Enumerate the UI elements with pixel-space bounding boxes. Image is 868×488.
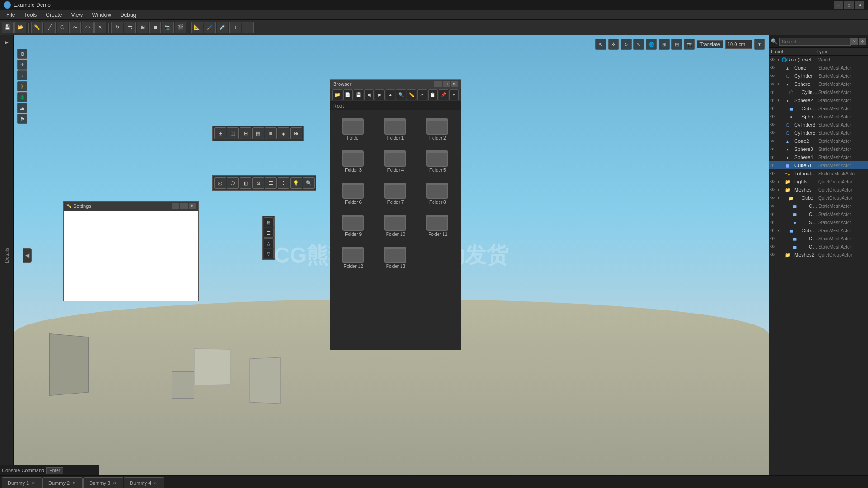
outliner-row-sphere6[interactable]: 👁 ● Sphere6 StaticMeshActor <box>769 113 868 121</box>
toolbar-arc[interactable]: ◠ <box>82 22 94 33</box>
vp-grid-toggle[interactable]: ⊟ <box>671 39 682 50</box>
browser-folder-item[interactable]: Folder 6 <box>334 178 373 206</box>
ft1-btn1[interactable]: ⊞ <box>214 127 226 139</box>
vp-tool-move[interactable]: ✛ <box>17 60 27 70</box>
tab-close-2[interactable]: ✕ <box>71 480 77 486</box>
browser-copy[interactable]: 📋 <box>428 89 438 100</box>
ft1-btn3[interactable]: ⊟ <box>240 127 251 139</box>
browser-minimize[interactable]: ─ <box>434 81 442 87</box>
maximize-button[interactable]: □ <box>844 1 854 9</box>
vp-scale-tool[interactable]: ⤡ <box>633 39 644 50</box>
minimize-button[interactable]: ─ <box>834 1 843 9</box>
tab-dummy4[interactable]: Dummy 4 ✕ <box>124 477 164 488</box>
outliner-row-cube55[interactable]: 👁 ▼ ◼ Cube55 StaticMeshActor <box>769 226 868 235</box>
vp-tool-gear[interactable]: ⚙ <box>17 49 27 59</box>
outliner-row-meshes[interactable]: 👁 ▼ 📁 Meshes QuietGroupActor <box>769 186 868 194</box>
search-clear-button[interactable]: ✕ <box>851 38 858 45</box>
toolbar-text[interactable]: T <box>229 22 241 33</box>
ft1-btn7[interactable]: ⏮ <box>290 127 302 139</box>
browser-close[interactable]: ✕ <box>451 81 458 87</box>
tab-dummy1[interactable]: Dummy 1 ✕ <box>2 477 42 488</box>
outliner-row-meshes2[interactable]: 👁 📁 Meshes2 QuietGroupActor <box>769 251 868 259</box>
ft1-btn6[interactable]: ◈ <box>278 127 289 139</box>
browser-folder-item[interactable]: Folder 1 <box>376 114 415 142</box>
menu-debug[interactable]: Debug <box>116 11 141 19</box>
window-controls[interactable]: ─ □ ✕ <box>834 1 864 9</box>
settings-titlebar[interactable]: ✏️ Settings ─ □ ✕ <box>64 202 198 211</box>
outliner-row-cylinder4[interactable]: 👁 ⬡ Cylinder4 StaticMeshActor <box>769 88 868 96</box>
tab-close-4[interactable]: ✕ <box>153 480 158 486</box>
vp-world-tool[interactable]: 🌐 <box>646 39 657 50</box>
menu-tools[interactable]: Tools <box>19 11 41 19</box>
ft1-btn4[interactable]: ▤ <box>252 127 264 139</box>
outliner-row-tutorialtpp[interactable]: 👁 🤸 TutorialTPP SkeletalMeshActor <box>769 169 868 178</box>
toolbar-more[interactable]: ⋯ <box>242 22 254 33</box>
browser-folder-item[interactable]: Folder 9 <box>334 210 373 239</box>
grid-size-input[interactable] <box>725 40 752 49</box>
tab-close-1[interactable]: ✕ <box>31 480 36 486</box>
menu-view[interactable]: View <box>66 11 87 19</box>
ft2-btn4[interactable]: ⊠ <box>252 177 264 189</box>
vp-tool-flag[interactable]: ⚑ <box>17 114 27 124</box>
browser-folder-item[interactable]: Folder 3 <box>334 146 373 174</box>
toolbar-select[interactable]: ↖ <box>94 22 106 33</box>
browser-tool-new[interactable]: 📄 <box>343 89 353 100</box>
vp-more-settings[interactable]: ▼ <box>754 39 765 50</box>
outliner-row-sphere[interactable]: 👁 ▼ ● Sphere StaticMeshActor <box>769 80 868 88</box>
menu-create[interactable]: Create <box>41 11 66 19</box>
ft2-btn6[interactable]: ⋮ <box>278 177 289 189</box>
browser-edit[interactable]: ✏️ <box>407 89 417 100</box>
ft1-btn5[interactable]: ≡ <box>265 127 277 139</box>
outliner-row-cone[interactable]: 👁 ▲ Cone StaticMeshActor <box>769 64 868 72</box>
tab-dummy3[interactable]: Dummy 3 ✕ <box>83 477 123 488</box>
outliner-row-cube60[interactable]: 👁 ◼ Cube60 StaticMeshActor <box>769 235 868 243</box>
ft1-btn2[interactable]: ◫ <box>227 127 239 139</box>
toolbar-eyedrop[interactable]: 💉 <box>217 22 228 33</box>
outliner-row-sphere5[interactable]: 👁 ● Sphere5 StaticMeshActor <box>769 218 868 226</box>
ft2-btn3[interactable]: ◧ <box>240 177 251 189</box>
browser-tool-save[interactable]: 💾 <box>354 89 363 100</box>
browser-folder-item[interactable]: Folder 13 <box>376 242 415 271</box>
vp-tool-person[interactable]: 🚶 <box>17 81 27 91</box>
menu-file[interactable]: File <box>2 11 19 19</box>
toolbar-bezier[interactable]: 〜 <box>69 22 81 33</box>
outliner-row-sphere2[interactable]: 👁 ▼ ● Sphere2 StaticMeshActor <box>769 96 868 104</box>
vp-select-tool[interactable]: ↖ <box>595 39 606 50</box>
outliner-row-root[interactable]: 👁 ▼ 🌐 Root(Level_1) World <box>769 56 868 64</box>
browser-search[interactable]: 🔍 <box>396 89 406 100</box>
outliner-row-cube61[interactable]: 👁 ◼ Cube61 StaticMeshActor <box>769 161 868 169</box>
outliner-row-cube59[interactable]: 👁 ◼ Cube59 StaticMeshActor <box>769 243 868 251</box>
browser-nav-up[interactable]: ▲ <box>386 89 396 100</box>
search-settings-button[interactable]: ⚙ <box>859 38 866 45</box>
toolbar-fill[interactable]: ◼ <box>149 22 161 33</box>
toolbar-snap[interactable]: ⊞ <box>137 22 148 33</box>
outliner-row-cube-group[interactable]: 👁 ▼ 📁 Cube QuietGroupActor <box>769 194 868 202</box>
browser-nav-back[interactable]: ◀ <box>364 89 374 100</box>
vp-tool-mountain[interactable]: ⛰ <box>17 103 27 113</box>
browser-add[interactable]: + <box>449 89 459 100</box>
close-button[interactable]: ✕ <box>855 1 864 9</box>
browser-folder-item[interactable]: Folder 12 <box>334 242 373 271</box>
menu-window[interactable]: Window <box>87 11 116 19</box>
sidebar-collapse-arrow[interactable]: ◀ <box>23 248 32 263</box>
outliner-row-cone2[interactable]: 👁 ▲ Cone2 StaticMeshActor <box>769 137 868 145</box>
vp-snap-to[interactable]: ⊞ <box>659 39 670 50</box>
settings-minimize[interactable]: ─ <box>172 203 179 209</box>
browser-titlebar[interactable]: Browser ─ □ ✕ <box>330 80 461 89</box>
vp-tool-height[interactable]: ↕ <box>17 70 27 80</box>
toolbar-pencil[interactable]: ✏️ <box>31 22 43 33</box>
browser-folder-item[interactable]: Folder 4 <box>376 146 415 174</box>
settings-close[interactable]: ✕ <box>189 203 196 209</box>
toolbar-rotate[interactable]: ↻ <box>111 22 123 33</box>
outliner-row-sphere3[interactable]: 👁 ● Sphere3 StaticMeshActor <box>769 145 868 153</box>
vp-rotate-tool[interactable]: ↻ <box>621 39 632 50</box>
outliner-row-cube57[interactable]: 👁 ◼ Cube57 StaticMeshActor <box>769 104 868 113</box>
browser-folder-item[interactable]: Folder <box>334 114 373 142</box>
browser-folder-item[interactable]: Folder 5 <box>419 146 457 174</box>
outliner-row-cube62[interactable]: 👁 ◼ Cube62 StaticMeshActor <box>769 202 868 210</box>
ft3-btn4[interactable]: ▽ <box>264 249 274 258</box>
sidebar-tool-1[interactable]: ▶ <box>2 37 12 47</box>
toolbar-save[interactable]: 💾 <box>2 22 14 33</box>
toolbar-line[interactable]: ╱ <box>44 22 56 33</box>
ft2-btn5[interactable]: ☰ <box>265 177 277 189</box>
